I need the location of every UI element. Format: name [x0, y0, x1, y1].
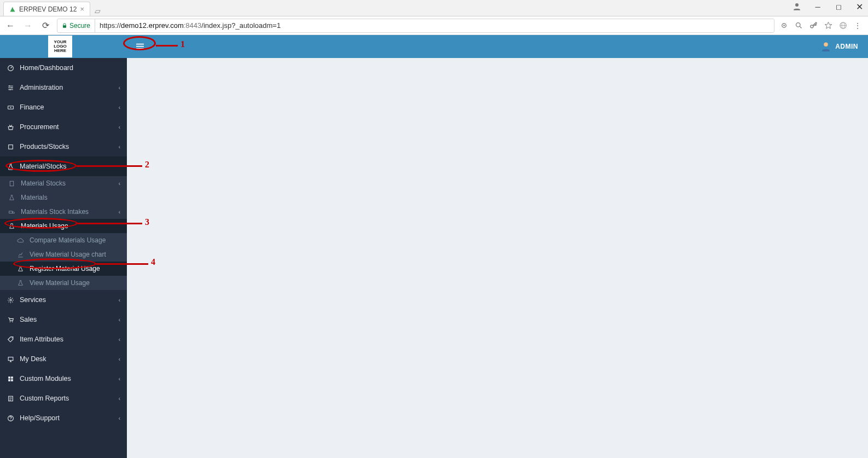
svg-point-16 — [9, 89, 10, 90]
chevron-left-icon: ‹ — [119, 376, 120, 382]
chrome-profile-icon[interactable] — [791, 1, 802, 12]
address-bar[interactable]: Secure https://demo12.erprev.com:8443/in… — [57, 19, 774, 33]
sidebar-sub-materials[interactable]: Materials — [0, 190, 127, 205]
sidebar-item-services[interactable]: Services ‹ — [0, 290, 127, 310]
chevron-left-icon: ‹ — [119, 124, 120, 130]
tab-close-icon[interactable]: × — [80, 5, 84, 13]
chevron-left-icon: ‹ — [119, 396, 120, 402]
svg-rect-20 — [10, 181, 14, 186]
window-close-icon[interactable]: ✕ — [854, 1, 865, 12]
tab-title: ERPREV DEMO 12 — [19, 5, 77, 13]
chrome-menu-icon[interactable]: ⋮ — [854, 21, 861, 30]
secure-badge: Secure — [57, 19, 95, 32]
new-tab-button[interactable]: ▱ — [92, 6, 103, 16]
browser-toolbar: ← → ⟳ Secure https://demo12.erprev.com:8… — [0, 16, 868, 35]
svg-point-33 — [10, 419, 10, 420]
nav-back-button[interactable]: ← — [4, 21, 16, 31]
avatar-icon — [821, 42, 831, 51]
url-port: :8443 — [184, 21, 202, 30]
desktop-icon — [7, 356, 14, 363]
nav-forward-button[interactable]: → — [22, 21, 34, 31]
chevron-left-icon: ‹ — [119, 181, 120, 187]
sidebar-item-material-stocks[interactable]: Material/Stocks — [0, 156, 127, 176]
content-area — [127, 58, 868, 458]
extension-icon[interactable] — [839, 21, 847, 30]
logo[interactable]: YOUR LOGO HERE — [48, 36, 72, 57]
sidebar-item-label: Services — [20, 296, 113, 304]
svg-point-25 — [11, 337, 13, 338]
user-menu[interactable]: ADMIN — [821, 42, 868, 51]
svg-rect-19 — [8, 144, 13, 149]
chevron-left-icon: ‹ — [119, 297, 120, 303]
sidebar-item-label: Custom Reports — [20, 395, 113, 402]
sidebar-sub-material-stocks[interactable]: Material Stocks ‹ — [0, 176, 127, 190]
sidebar-sub-materials-usage[interactable]: Materials Usage — [0, 219, 127, 233]
sidebar-item-attributes[interactable]: Item Attributes ‹ — [0, 329, 127, 349]
chevron-left-icon: ‹ — [119, 317, 120, 323]
sidebar-item-products[interactable]: Products/Stocks ‹ — [0, 137, 127, 156]
svg-point-14 — [9, 85, 10, 86]
user-label: ADMIN — [835, 43, 858, 50]
flask-icon — [8, 194, 15, 201]
box-icon — [7, 143, 14, 150]
svg-rect-29 — [8, 379, 10, 381]
dashboard-icon — [7, 65, 14, 72]
sidebar-item-label: Materials Usage — [21, 222, 120, 230]
sidebar-sub2-view-chart[interactable]: View Material Usage chart — [0, 247, 127, 262]
report-icon — [7, 395, 14, 402]
sidebar-sub2-register-usage[interactable]: Register Material Usage — [0, 262, 127, 276]
sidebar-item-label: Register Material Usage — [30, 265, 120, 273]
sidebar-toggle-button[interactable] — [132, 39, 148, 54]
sidebar-item-label: Sales — [20, 316, 113, 323]
nav-reload-button[interactable]: ⟳ — [39, 20, 51, 31]
window-maximize-icon[interactable]: ◻ — [833, 1, 844, 12]
chevron-left-icon: ‹ — [119, 85, 120, 91]
cart-icon — [7, 316, 14, 323]
sidebar-sub-stock-intakes[interactable]: Materials Stock Intakes ‹ — [0, 205, 127, 219]
sidebar-item-administration[interactable]: Administration ‹ — [0, 78, 127, 97]
svg-rect-28 — [11, 376, 13, 379]
help-icon — [7, 415, 14, 422]
sidebar-item-custom-modules[interactable]: Custom Modules ‹ — [0, 369, 127, 389]
sidebar-item-label: Materials — [21, 194, 120, 201]
sidebar-item-label: Materials Stock Intakes — [21, 208, 113, 216]
window-minimize-icon[interactable]: ─ — [812, 1, 823, 12]
svg-point-24 — [11, 321, 13, 322]
key-icon[interactable] — [809, 21, 818, 30]
svg-rect-9 — [136, 44, 144, 45]
chevron-left-icon: ‹ — [119, 105, 120, 111]
tab-favicon — [9, 6, 16, 13]
sidebar-item-home[interactable]: Home/Dashboard — [0, 58, 127, 78]
sidebar-item-label: Products/Stocks — [20, 143, 113, 150]
flask-icon — [7, 163, 14, 170]
sidebar-sub2-view-usage[interactable]: View Material Usage — [0, 276, 127, 290]
svg-point-3 — [796, 23, 801, 27]
svg-point-5 — [811, 25, 813, 28]
star-icon[interactable] — [824, 21, 832, 30]
sidebar-item-custom-reports[interactable]: Custom Reports ‹ — [0, 389, 127, 408]
sidebar-item-help[interactable]: Help/Support ‹ — [0, 408, 127, 428]
browser-tab[interactable]: ERPREV DEMO 12 × — [3, 2, 90, 16]
browser-tab-bar: ERPREV DEMO 12 × ▱ ─ ◻ ✕ — [0, 0, 868, 16]
sidebar-sub2-compare-usage[interactable]: Compare Materials Usage — [0, 233, 127, 247]
sidebar-item-label: Custom Modules — [20, 375, 113, 382]
svg-rect-21 — [9, 211, 12, 213]
cloud-icon — [16, 237, 24, 244]
svg-point-15 — [11, 87, 12, 88]
svg-line-4 — [800, 26, 801, 28]
location-icon[interactable] — [780, 21, 788, 30]
zoom-icon[interactable] — [795, 21, 803, 30]
sidebar-item-mydesk[interactable]: My Desk ‹ — [0, 349, 127, 369]
chart-icon — [16, 251, 24, 258]
sidebar-item-procurement[interactable]: Procurement ‹ — [0, 117, 127, 137]
truck-icon — [7, 124, 14, 131]
modules-icon — [7, 375, 14, 382]
svg-point-2 — [783, 25, 785, 26]
sidebar-item-sales[interactable]: Sales ‹ — [0, 310, 127, 329]
svg-rect-27 — [8, 376, 10, 379]
flask-icon — [16, 265, 24, 273]
clipboard-icon — [8, 180, 15, 187]
sidebar-item-label: Material/Stocks — [20, 163, 120, 170]
money-icon — [7, 104, 14, 111]
sidebar-item-finance[interactable]: Finance ‹ — [0, 97, 127, 117]
